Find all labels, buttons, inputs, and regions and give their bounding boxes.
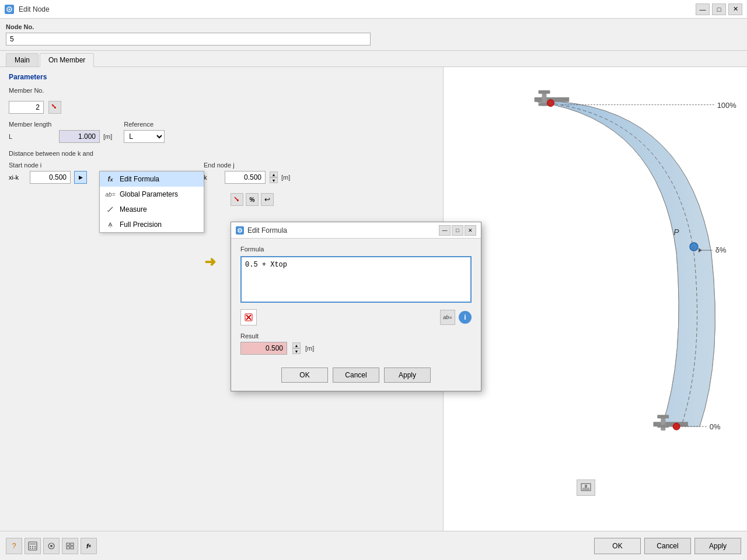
- result-section: Result ▲ ▼ [m]: [240, 332, 472, 355]
- dialog-icon: [236, 226, 244, 235]
- formula-info-button[interactable]: i: [459, 311, 472, 324]
- result-unit: [m]: [305, 345, 314, 352]
- dialog-title: Edit Formula: [247, 226, 439, 235]
- result-value[interactable]: [240, 342, 287, 355]
- dialog-title-bar: Edit Formula — □ ✕: [231, 222, 481, 239]
- formula-clear-button[interactable]: [240, 309, 257, 326]
- formula-label: Formula: [240, 246, 472, 253]
- result-up[interactable]: ▲: [292, 342, 301, 348]
- dialog-overlay: ➜ Edit Formula — □ ✕ Formula: [0, 0, 747, 560]
- dialog-controls: — □ ✕: [439, 225, 476, 236]
- result-spinner: ▲ ▼: [292, 342, 301, 354]
- dialog-ok-button[interactable]: OK: [281, 368, 328, 383]
- edit-formula-dialog: Edit Formula — □ ✕ Formula 0.5 + Xtop: [231, 222, 481, 391]
- svg-point-42: [239, 230, 240, 231]
- main-window: Edit Node — □ ✕ Node No. Main On Member …: [0, 0, 747, 560]
- dialog-cancel-button[interactable]: Cancel: [333, 368, 379, 383]
- result-label: Result: [240, 332, 472, 340]
- formula-toolbar: ab= i: [240, 309, 472, 326]
- formula-textarea[interactable]: 0.5 + Xtop: [240, 256, 472, 303]
- formula-global-params-button[interactable]: ab=: [440, 310, 455, 325]
- dialog-footer: OK Cancel Apply: [231, 362, 481, 391]
- result-down[interactable]: ▼: [292, 348, 301, 354]
- dialog-maximize-button[interactable]: □: [452, 225, 463, 236]
- dialog-close-button[interactable]: ✕: [465, 225, 476, 236]
- arrow-indicator: ➜: [204, 254, 216, 270]
- dialog-minimize-button[interactable]: —: [439, 225, 451, 236]
- dialog-apply-button[interactable]: Apply: [384, 368, 431, 383]
- dialog-content: Formula 0.5 + Xtop ab= i: [231, 239, 481, 362]
- result-row: ▲ ▼ [m]: [240, 342, 472, 355]
